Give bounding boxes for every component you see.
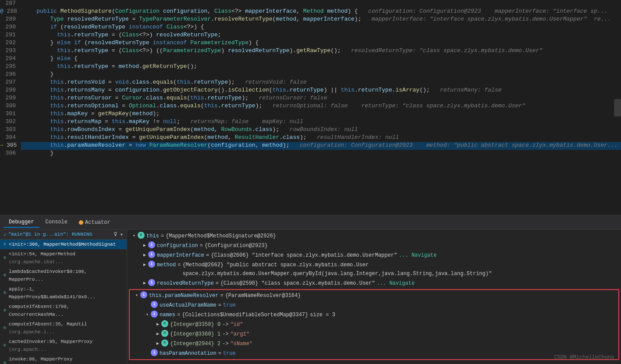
frame-icon-3: ⊙	[4, 289, 6, 297]
code-line-295: 295 this.returnType = method.getReturnTy…	[0, 63, 621, 71]
stack-frame-5[interactable]: ⊙ computeIfAbsent:35, MapUtil (org.apach…	[0, 319, 127, 337]
thread-status: ✓ "main"@1 in g...ain": RUNNING	[4, 232, 92, 237]
var-resolvedreturntype[interactable]: ▶ i resolvedReturnType = {Class@2598} "c…	[127, 279, 621, 288]
code-line-291: 291 this.returnType = (Class<?>) resolve…	[0, 32, 621, 39]
var-toggle-resolved[interactable]: ▶	[141, 279, 148, 288]
var-toggle-pnr[interactable]: ▾	[133, 291, 140, 300]
code-line-292: 292 } else if (resolvedReturnType instan…	[0, 39, 621, 47]
stack-frame-1[interactable]: ⊙ <init>:54, MapperMethod (org.apache.ib…	[0, 249, 127, 267]
tab-actuator[interactable]: Actuator	[74, 218, 116, 227]
var-toggle-config[interactable]: ▶	[141, 241, 148, 250]
code-line-300: 300 this.returnsOptional = Optional.clas…	[0, 102, 621, 110]
frame-icon-1: ⊙	[4, 254, 6, 262]
var-icon-e2: ≡	[161, 339, 168, 346]
tab-actuator-label: Actuator	[85, 219, 110, 226]
frame-icon-0: ⊙	[4, 240, 6, 248]
var-entry-1[interactable]: ▶ ≡ {Integer@3360} 1 -> "arg1"	[130, 329, 618, 339]
watermark: CSDN @MichelleChung	[554, 354, 614, 360]
arrow-down-icon[interactable]: ▾	[120, 231, 123, 237]
var-icon-names: i	[151, 311, 158, 318]
var-method[interactable]: ▶ i method = {Method@2662} "public abstr…	[127, 260, 621, 279]
code-line-297: 297 this.returnsVoid = void.class.equals…	[0, 79, 621, 87]
tab-console[interactable]: Console	[40, 217, 73, 228]
code-line-293: 293 this.returnType = (Class<?>) ((Param…	[0, 47, 621, 55]
var-toggle-hpa	[144, 349, 151, 358]
stack-frame-6[interactable]: ⊙ cachedInvoker:95, MapperProxy (org.apa…	[0, 337, 127, 354]
var-entry-0[interactable]: ▶ ≡ {Integer@3358} 0 -> "id"	[130, 320, 618, 329]
code-line-301: 301 this.mapKey = getMapKey(method);	[0, 110, 621, 118]
var-names[interactable]: ▾ i names = {Collections$UnmodifiableSor…	[130, 310, 618, 320]
frame-icon-5: ⊙	[4, 324, 6, 332]
var-toggle-e1[interactable]: ▶	[154, 330, 161, 339]
var-toggle-mapper[interactable]: ▶	[141, 251, 148, 260]
filter-icon[interactable]: ⊽	[114, 231, 117, 237]
frame-icon-7: ⊙	[4, 359, 6, 364]
var-icon-e1: ≡	[161, 330, 168, 337]
var-paramnameresolver[interactable]: ▾ i this.paramNameResolver = {ParamNameR…	[130, 291, 618, 300]
frame-icon-2: ⊙	[4, 272, 6, 279]
code-line-289: 289 Type resolvedReturnType = TypeParame…	[0, 16, 621, 24]
code-line-296: 296 }	[0, 71, 621, 79]
code-line-290: 290 if (resolvedReturnType instanceof Cl…	[0, 24, 621, 32]
var-icon-mapper: i	[148, 251, 155, 258]
var-toggle-method[interactable]: ▶	[141, 261, 148, 269]
thread-toolbar: ✓ "main"@1 in g...ain": RUNNING ⊽ ▾	[0, 230, 127, 240]
call-stack-panel: ✓ "main"@1 in g...ain": RUNNING ⊽ ▾ ⊙ <i…	[0, 230, 127, 364]
var-this[interactable]: ▾ ≡ this = {MapperMethod$MethodSignature…	[127, 231, 621, 241]
frame-icon-6: ⊙	[4, 342, 6, 350]
var-toggle-this[interactable]: ▾	[131, 232, 138, 240]
tab-debugger[interactable]: Debugger	[4, 217, 39, 228]
check-icon: ✓	[4, 232, 7, 237]
code-line-303: 303 this.rowBoundsIndex = getUniqueParam…	[0, 126, 621, 134]
var-configuration[interactable]: ▶ i configuration = {Configuration@2923}	[127, 241, 621, 251]
var-toggle-e2[interactable]: ▶	[154, 339, 161, 348]
code-line-288: @ 288 public MethodSignature(Configurati…	[0, 8, 621, 16]
var-entry-2[interactable]: ▶ ≡ {Integer@2944} 2 -> "sName"	[130, 339, 618, 349]
var-mapperinterface[interactable]: ▶ i mapperInterface = {Class@2606} "inte…	[127, 251, 621, 260]
code-line-294: 294 } else {	[0, 55, 621, 63]
debug-tabs: Debugger Console Actuator	[0, 216, 621, 230]
stack-frame-7[interactable]: ⊙ invoke:86, MapperProxy (org.apache.iba…	[0, 354, 127, 364]
var-icon-uapn: i	[151, 301, 158, 308]
var-icon-hpa: i	[151, 349, 158, 356]
param-name-resolver-group: ▾ i this.paramNameResolver = {ParamNameR…	[129, 289, 619, 360]
var-toggle-names[interactable]: ▾	[144, 311, 151, 319]
var-icon-this: ≡	[138, 232, 145, 239]
actuator-dot-icon	[79, 220, 83, 225]
var-icon-config: i	[148, 241, 155, 248]
stack-frame-2[interactable]: ⊙ lambda$cachedInvoker$0:108, MapperPro.…	[0, 267, 127, 284]
code-table: 287 @ 288 public MethodSignature(Configu…	[0, 0, 621, 158]
stack-frame-4[interactable]: ⊙ computeIfAbsent:1708, ConcurrentHashMa…	[0, 302, 127, 319]
thread-label: "main"@1 in g...ain": RUNNING	[8, 232, 92, 237]
editor-scrollbar[interactable]	[614, 99, 621, 117]
code-line-306: 306 }	[0, 150, 621, 158]
debug-content: ✓ "main"@1 in g...ain": RUNNING ⊽ ▾ ⊙ <i…	[0, 230, 621, 364]
var-hasparamannotation[interactable]: i hasParamAnnotation = true	[130, 349, 618, 358]
code-line-302: 302 this.returnsMap = this.mapKey != nul…	[0, 118, 621, 126]
var-toggle-e0[interactable]: ▶	[154, 320, 161, 329]
var-icon-e0: ≡	[161, 320, 168, 327]
var-icon-method: i	[148, 261, 155, 268]
code-line-305: → 305 this.paramNameResolver = new Param…	[0, 142, 621, 150]
code-line-287: 287	[0, 0, 621, 8]
code-line-298: 298 this.returnsMany = configuration.get…	[0, 87, 621, 95]
code-line-304: 304 this.resultHandlerIndex = getUniqueP…	[0, 134, 621, 142]
code-line-299: 299 this.returnsCursor = Cursor.class.eq…	[0, 95, 621, 102]
var-useactualparamname[interactable]: i useActualParamName = true	[130, 300, 618, 310]
navigate-link-resolved[interactable]: ... Navigate	[377, 279, 415, 288]
frame-icon-4: ⊙	[4, 307, 6, 315]
stack-frame-0[interactable]: ⊙ <init>:306, MapperMethod$MethodSignat	[0, 240, 127, 249]
var-toggle-uapn	[144, 301, 151, 310]
variables-panel: ▾ ≡ this = {MapperMethod$MethodSignature…	[127, 230, 621, 364]
var-icon-pnr: i	[140, 291, 147, 298]
stack-frame-3[interactable]: ⊙ apply:-1, MapperProxy$$Lambda$141/0x0.…	[0, 284, 127, 302]
code-editor: 287 @ 288 public MethodSignature(Configu…	[0, 0, 621, 215]
var-icon-resolved: i	[148, 279, 155, 286]
debugger-panel: Debugger Console Actuator ✓ "main"@1 in …	[0, 215, 621, 364]
thread-actions: ⊽ ▾	[114, 231, 123, 237]
navigate-link-mapper[interactable]: ... Navigate	[399, 251, 436, 260]
